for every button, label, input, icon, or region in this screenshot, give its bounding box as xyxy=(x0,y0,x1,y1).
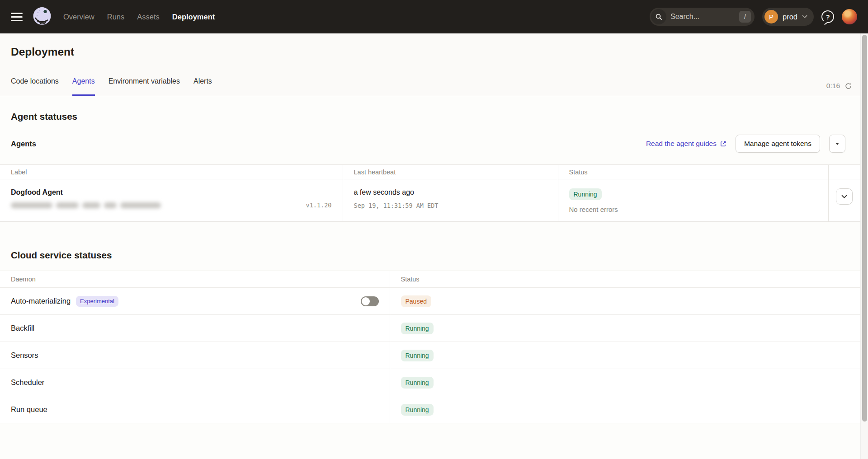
cloud-service-statuses-heading: Cloud service statuses xyxy=(11,250,857,261)
help-icon[interactable]: ? xyxy=(821,10,834,23)
dagster-logo-icon[interactable] xyxy=(32,6,52,27)
daemon-status-badge: Paused xyxy=(401,295,431,307)
agents-subheading: Agents xyxy=(11,140,36,148)
tab-agents[interactable]: Agents xyxy=(72,77,95,96)
cloud-service-row: SensorsRunning xyxy=(0,342,868,369)
deployment-switcher-label: prod xyxy=(783,13,797,21)
deployment-initial-badge: P xyxy=(764,10,778,23)
refresh-icon[interactable] xyxy=(844,82,852,90)
chevron-down-icon xyxy=(802,15,807,19)
main-content: Agent statuses Agents Read the agent gui… xyxy=(0,111,868,423)
top-navbar: Overview Runs Assets Deployment Search..… xyxy=(0,0,868,33)
agent-table-row: Dogfood Agent v1.1.20 a few seconds ago … xyxy=(0,179,868,222)
scrollbar-thumb[interactable] xyxy=(862,35,867,422)
agent-status-detail: No recent errors xyxy=(569,206,817,213)
daemon-name: Backfill xyxy=(11,324,34,333)
agent-heartbeat-timestamp: Sep 19, 11:31:59 AM EDT xyxy=(354,202,547,209)
experimental-badge: Experimental xyxy=(76,296,118,307)
external-link-icon xyxy=(720,141,726,147)
search-shortcut-key: / xyxy=(739,11,751,23)
cloud-service-row: Run queueRunning xyxy=(0,396,868,423)
agent-guides-link-label: Read the agent guides xyxy=(646,140,717,148)
page-header: Deployment Code locations Agents Environ… xyxy=(0,33,868,96)
agent-row-expand-button[interactable] xyxy=(836,188,853,205)
daemon-status-badge: Running xyxy=(401,350,434,361)
menu-icon[interactable] xyxy=(11,13,23,21)
daemon-status-badge: Running xyxy=(401,323,434,334)
manage-agent-tokens-button[interactable]: Manage agent tokens xyxy=(736,135,820,153)
agent-heartbeat-relative: a few seconds ago xyxy=(354,188,547,197)
column-header-label: Label xyxy=(0,165,343,179)
agents-more-actions-button[interactable] xyxy=(829,135,845,153)
agent-id-redacted xyxy=(11,202,161,208)
cloud-service-row: SchedulerRunning xyxy=(0,369,868,396)
agent-version: v1.1.20 xyxy=(306,201,332,209)
refresh-timer: 0:16 xyxy=(826,82,840,90)
daemon-name: Scheduler xyxy=(11,378,44,387)
cloud-table-body: Auto-materializingExperimentalPausedBack… xyxy=(0,288,868,423)
daemon-toggle[interactable] xyxy=(361,296,379,306)
agent-status-badge: Running xyxy=(569,188,602,200)
nav-item-deployment[interactable]: Deployment xyxy=(172,13,215,21)
column-header-status: Status xyxy=(390,271,868,288)
daemon-status-badge: Running xyxy=(401,377,434,389)
tab-environment-variables[interactable]: Environment variables xyxy=(108,77,180,96)
cloud-services-table: Daemon Status Auto-materializingExperime… xyxy=(0,271,868,423)
search-placeholder: Search... xyxy=(670,13,739,21)
cloud-service-row: BackfillRunning xyxy=(0,315,868,342)
tab-code-locations[interactable]: Code locations xyxy=(11,77,59,96)
cloud-service-row: Auto-materializingExperimentalPaused xyxy=(0,288,868,315)
agents-table: Label Last heartbeat Status Dogfood Agen… xyxy=(0,164,868,222)
user-avatar[interactable] xyxy=(842,9,857,24)
tab-alerts[interactable]: Alerts xyxy=(193,77,212,96)
caret-down-icon xyxy=(835,143,839,145)
column-header-status: Status xyxy=(558,165,828,179)
nav-item-overview[interactable]: Overview xyxy=(63,13,94,21)
daemon-name: Sensors xyxy=(11,351,38,360)
deployment-tabs: Code locations Agents Environment variab… xyxy=(11,77,212,96)
agent-statuses-heading: Agent statuses xyxy=(11,111,857,122)
page-title: Deployment xyxy=(11,46,857,58)
agents-toolbar: Agents Read the agent guides Manage agen… xyxy=(0,135,868,153)
chevron-down-icon xyxy=(841,195,847,199)
agent-guides-link[interactable]: Read the agent guides xyxy=(646,140,726,148)
column-header-last-heartbeat: Last heartbeat xyxy=(343,165,558,179)
primary-nav: Overview Runs Assets Deployment xyxy=(63,13,215,21)
agent-name: Dogfood Agent xyxy=(11,188,332,197)
search-input[interactable]: Search... / xyxy=(650,8,755,26)
search-icon xyxy=(651,9,666,24)
daemon-status-badge: Running xyxy=(401,404,434,416)
daemon-name: Auto-materializing xyxy=(11,297,71,305)
navbar-right: Search... / P prod ? xyxy=(650,8,857,26)
scrollbar-track[interactable] xyxy=(860,33,868,459)
column-header-daemon: Daemon xyxy=(0,271,390,288)
nav-item-assets[interactable]: Assets xyxy=(137,13,160,21)
nav-item-runs[interactable]: Runs xyxy=(107,13,125,21)
refresh-indicator: 0:16 xyxy=(826,82,852,90)
daemon-name: Run queue xyxy=(11,405,47,414)
deployment-switcher[interactable]: P prod xyxy=(762,8,814,26)
